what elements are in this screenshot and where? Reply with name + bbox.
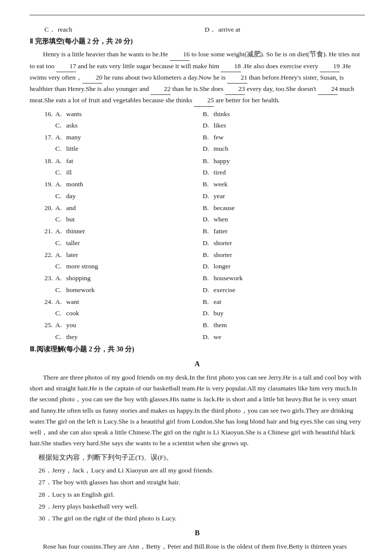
question-number: 22. [44, 250, 55, 260]
cloze-question: 21.A.thinnerB.fatterC.tallerD.shorter [30, 226, 365, 249]
options-row: 19.A.monthB.week [44, 179, 365, 190]
option-letter: B. [203, 297, 212, 307]
option-letter: C． [44, 24, 56, 35]
options-row: C.littleD.much [44, 143, 365, 154]
option-text: longer [214, 261, 231, 272]
option-letter: D. [203, 120, 212, 131]
option-letter: C. [55, 261, 64, 272]
cloze-question: 25.A.youB.themC.theyD.we [30, 320, 365, 342]
option: B.happy [203, 156, 351, 167]
option-text: happy [214, 156, 230, 167]
option-letter: A. [55, 109, 64, 120]
option: A.you [55, 320, 203, 331]
option: D.when [203, 214, 351, 225]
judge-questions: 26．Jerry，Jack，Lucy and Li Xiaoyun are al… [30, 465, 365, 524]
option-letter: D． [205, 24, 217, 35]
option: C.day [55, 191, 203, 202]
part-a-para-1: There are three photos of my good friend… [30, 372, 365, 449]
option-letter: D. [203, 308, 212, 319]
option-text: asks [66, 120, 78, 131]
question-number: 20. [44, 203, 55, 213]
option-text: eat [214, 297, 222, 307]
option-letter: D. [203, 214, 212, 225]
blank-18: 18 [221, 61, 241, 72]
option: D.tired [203, 167, 351, 178]
option-letter: C. [55, 191, 64, 202]
option-letter: A. [55, 226, 64, 237]
option-text: much [214, 143, 229, 154]
option: C.asks [55, 120, 203, 131]
option-C-reach: C． reach [44, 24, 205, 35]
blank-17: 17 [56, 61, 77, 72]
option: B.housework [203, 273, 351, 284]
option-text: wants [66, 109, 82, 120]
option-letter: B. [203, 226, 212, 237]
options-row: 23.A.shoppingB.housework [44, 273, 365, 284]
options-row: C.more strongD.longer [44, 261, 365, 272]
option-text: want [66, 297, 79, 307]
part-b-passage: Rose has four cousins.They are Ann，Betty… [30, 541, 365, 555]
option-letter: D. [203, 285, 212, 296]
judge-question: 28．Lucy is an English girl. [39, 489, 365, 500]
option-letter: A. [55, 179, 64, 190]
cloze-questions: 16.A.wantsB.thinksC.asksD.likes17.A.many… [30, 109, 365, 342]
option-letter: B. [203, 273, 212, 284]
option-text: fat [66, 156, 73, 167]
option-letter: A. [55, 156, 64, 167]
option: B.shorter [203, 250, 351, 260]
option-letter: D. [203, 238, 212, 249]
option: D.likes [203, 120, 351, 131]
option-text: taller [66, 238, 80, 249]
cloze-question: 20.A.andB.becauseC.butD.when [30, 203, 365, 225]
option-letter: C. [55, 214, 64, 225]
judge-question: 27．The boy with glasses has short and st… [39, 477, 365, 488]
question-number: 18. [44, 156, 55, 167]
option-text: homework [66, 285, 95, 296]
option-letter: C. [55, 167, 64, 178]
option-text: more strong [66, 261, 98, 272]
option: B.week [203, 179, 351, 190]
section3-header: Ⅲ.阅读理解(每小题 2 分，共 30 分) [30, 343, 365, 355]
option: B.them [203, 320, 351, 331]
option-letter: C. [55, 238, 64, 249]
option-text: and [66, 203, 76, 213]
option-letter: B. [203, 320, 212, 331]
question-number: 24. [44, 297, 55, 307]
option: D.buy [203, 308, 351, 319]
option-text: we [214, 332, 222, 342]
question-number: 21. [44, 226, 55, 237]
option-letter: A. [55, 297, 64, 307]
blank-21: 21 [227, 72, 247, 84]
option-text: buy [214, 308, 224, 319]
cloze-question: 23.A.shoppingB.houseworkC.homeworkD.exer… [30, 273, 365, 296]
options-row: 18.A.fatB.happy [44, 156, 365, 167]
option: C.but [55, 214, 203, 225]
option: A.fat [55, 156, 203, 167]
option-text: shorter [214, 250, 233, 260]
options-row: 24.A.wantB.eat [44, 297, 365, 307]
part-b-title: B [30, 527, 365, 539]
options-row: C.cookD.buy [44, 308, 365, 319]
option-letter: B. [203, 250, 212, 260]
options-row: C.illD.tired [44, 167, 365, 178]
judge-question: 26．Jerry，Jack，Lucy and Li Xiaoyun are al… [39, 465, 365, 476]
part-a-title: A [30, 358, 365, 370]
judge-intro: 根据短文内容，判断下列句子正(T)、误(F)。 [39, 452, 365, 463]
option: A.and [55, 203, 203, 213]
judge-question: 30．The girl on the right of the third ph… [39, 513, 365, 524]
option-text: you [66, 320, 76, 331]
options-row: 21.A.thinnerB.fatter [44, 226, 365, 237]
option-letter: A. [55, 320, 64, 331]
option-letter: D. [203, 261, 212, 272]
option-letter: A. [55, 132, 64, 143]
option-text: likes [214, 120, 227, 131]
option-letter: B. [203, 179, 212, 190]
option: A.month [55, 179, 203, 190]
option: D.much [203, 143, 351, 154]
option-text: housework [214, 273, 243, 284]
option-letter: C. [55, 120, 64, 131]
option-letter: D. [203, 191, 212, 202]
option-letter: A. [55, 203, 64, 213]
option: A.shopping [55, 273, 203, 284]
options-row: 22.A.laterB.shorter [44, 250, 365, 260]
